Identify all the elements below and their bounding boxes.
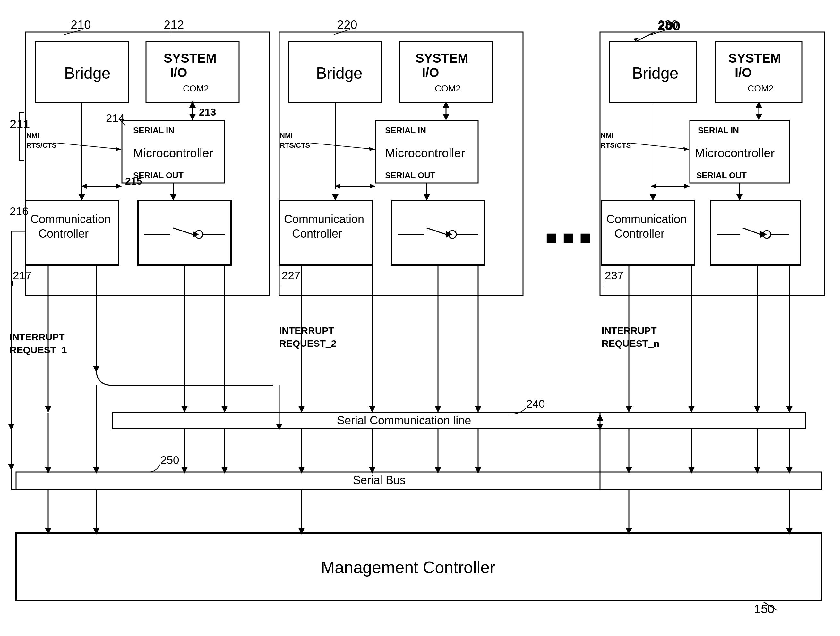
- svg-text:COM2: COM2: [183, 84, 209, 93]
- svg-text:Microcontroller: Microcontroller: [385, 146, 465, 160]
- svg-text:Communication: Communication: [30, 212, 111, 226]
- svg-text:Bridge: Bridge: [316, 64, 363, 82]
- svg-text:I/O: I/O: [735, 65, 752, 80]
- svg-text:Microcontroller: Microcontroller: [695, 146, 775, 160]
- svg-text:214: 214: [106, 112, 125, 124]
- svg-text:I/O: I/O: [170, 65, 187, 80]
- svg-text:Microcontroller: Microcontroller: [133, 146, 213, 160]
- svg-text:SERIAL IN: SERIAL IN: [385, 125, 426, 135]
- svg-text:SERIAL IN: SERIAL IN: [133, 125, 174, 135]
- svg-text:SYSTEM: SYSTEM: [415, 51, 468, 65]
- svg-text:217: 217: [13, 269, 32, 282]
- svg-text:216: 216: [9, 205, 28, 217]
- svg-text:Bridge: Bridge: [64, 64, 111, 82]
- svg-text:Bridge: Bridge: [632, 64, 679, 82]
- svg-text:210: 210: [71, 18, 91, 32]
- svg-text:RTS/CTS: RTS/CTS: [280, 141, 310, 149]
- svg-text:INTERRUPT: INTERRUPT: [602, 325, 657, 336]
- svg-text:211: 211: [9, 117, 30, 131]
- svg-text:Management  Controller: Management Controller: [321, 558, 495, 577]
- svg-text:Communication: Communication: [284, 212, 364, 226]
- svg-text:SERIAL OUT: SERIAL OUT: [696, 171, 747, 180]
- svg-text:■ ■ ■: ■ ■ ■: [545, 227, 591, 248]
- svg-text:I/O: I/O: [422, 65, 439, 80]
- svg-text:COM2: COM2: [748, 84, 774, 93]
- svg-text:RTS/CTS: RTS/CTS: [26, 141, 57, 149]
- svg-text:INTERRUPT: INTERRUPT: [279, 325, 334, 336]
- svg-text:250: 250: [160, 454, 179, 466]
- svg-text:Controller: Controller: [38, 227, 88, 240]
- svg-text:Communication: Communication: [606, 212, 687, 226]
- svg-text:150: 150: [754, 602, 774, 616]
- svg-text:212: 212: [164, 18, 184, 32]
- svg-text:Controller: Controller: [614, 227, 665, 240]
- svg-text:213: 213: [199, 106, 216, 118]
- svg-text:Controller: Controller: [292, 227, 342, 240]
- svg-text:230: 230: [658, 18, 678, 32]
- svg-text:INTERRUPT: INTERRUPT: [9, 332, 65, 342]
- diagram-container: 200 211 210 212 Bridge SYSTEM I/O COM2 2…: [0, 0, 840, 636]
- svg-text:REQUEST_1: REQUEST_1: [9, 345, 67, 355]
- svg-text:REQUEST_n: REQUEST_n: [602, 338, 659, 349]
- svg-text:RTS/CTS: RTS/CTS: [601, 141, 631, 149]
- svg-text:SYSTEM: SYSTEM: [728, 51, 781, 65]
- svg-text:240: 240: [526, 397, 545, 410]
- svg-text:SERIAL IN: SERIAL IN: [698, 125, 739, 135]
- svg-text:215: 215: [125, 175, 142, 187]
- svg-text:237: 237: [605, 269, 624, 282]
- svg-text:SYSTEM: SYSTEM: [164, 51, 216, 65]
- svg-text:Serial Communication line: Serial Communication line: [337, 414, 471, 427]
- svg-text:220: 220: [337, 18, 357, 32]
- svg-text:Serial Bus: Serial Bus: [353, 473, 406, 487]
- svg-text:SERIAL OUT: SERIAL OUT: [385, 171, 436, 180]
- svg-text:NMI: NMI: [26, 131, 39, 140]
- svg-text:NMI: NMI: [601, 131, 613, 140]
- svg-text:REQUEST_2: REQUEST_2: [279, 338, 336, 349]
- svg-text:227: 227: [282, 269, 300, 282]
- svg-rect-0: [0, 0, 840, 636]
- svg-text:NMI: NMI: [280, 131, 293, 140]
- svg-text:COM2: COM2: [435, 84, 461, 93]
